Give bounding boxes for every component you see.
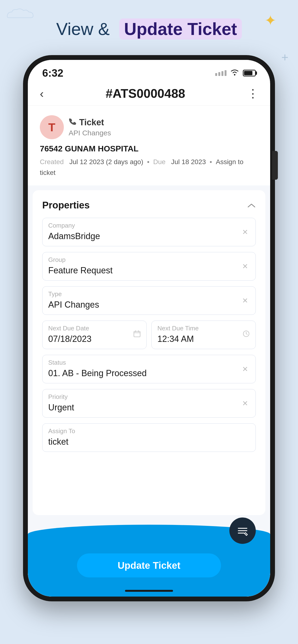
type-field[interactable]: Type API Changes ✕: [42, 286, 256, 315]
properties-header: Properties: [42, 200, 256, 210]
type-clear-button[interactable]: ✕: [240, 296, 250, 305]
ticket-subtype: API Changes: [69, 129, 111, 137]
type-field-group: Type API Changes ✕: [42, 286, 256, 315]
assign-label: Assign to: [216, 158, 243, 166]
company-value: AdamsBridge: [48, 231, 100, 241]
company-field-group: Company AdamsBridge ✕: [42, 218, 256, 246]
signal-icon: [215, 70, 226, 76]
assign-to-label: Assign To: [48, 428, 250, 435]
cloud-decoration: [5, 7, 34, 19]
created-value: Jul 12 2023 (2 days ago): [69, 158, 143, 166]
status-field-group: Status 01. AB - Being Processed ✕: [42, 355, 256, 383]
status-value: 01. AB - Being Processed: [48, 368, 146, 378]
status-field[interactable]: Status 01. AB - Being Processed ✕: [42, 355, 256, 383]
ticket-type-info: Ticket API Changes: [69, 118, 111, 137]
status-time: 6:32: [42, 67, 63, 79]
company-field[interactable]: Company AdamsBridge ✕: [42, 218, 256, 246]
update-ticket-button[interactable]: Update Ticket: [77, 554, 221, 578]
group-label: Group: [48, 256, 250, 264]
company-clear-button[interactable]: ✕: [240, 227, 250, 237]
priority-clear-button[interactable]: ✕: [240, 398, 250, 408]
status-icons: [215, 68, 256, 78]
ticket-id-title: #ATS0000488: [106, 86, 185, 100]
due-date-field[interactable]: Next Due Date 07/18/2023: [42, 320, 146, 349]
due-date-field-group: Next Due Date 07/18/2023: [42, 320, 146, 349]
assign-to-field[interactable]: Assign To ticket: [42, 423, 256, 452]
svg-point-0: [234, 74, 235, 76]
phone-frame: 6:32 ‹ #: [23, 55, 275, 601]
due-time-value: 12:34 AM: [158, 334, 194, 344]
svg-rect-1: [134, 331, 140, 337]
due-label: Due: [153, 158, 166, 166]
due-date-value: 07/18/2023: [48, 334, 91, 344]
page-title-prefix: View &: [56, 20, 110, 38]
clock-icon: [243, 330, 250, 339]
type-value: API Changes: [48, 300, 99, 310]
page-header: View & Update Ticket: [0, 19, 298, 39]
status-label: Status: [48, 359, 250, 366]
priority-field-group: Priority Urgent ✕: [42, 389, 256, 418]
collapse-icon[interactable]: [247, 200, 256, 210]
due-time-field[interactable]: Next Due Time 12:34 AM: [152, 320, 256, 349]
assign-to-field-group: Assign To ticket: [42, 423, 256, 452]
status-bar: 6:32: [28, 60, 270, 82]
due-time-field-group: Next Due Time 12:34 AM: [152, 320, 256, 349]
plus-decoration: +: [281, 50, 288, 64]
type-text: Ticket: [79, 118, 104, 128]
properties-title: Properties: [42, 200, 90, 210]
priority-value: Urgent: [48, 402, 74, 412]
ticket-header: T Ticket API Changes 7654: [28, 106, 270, 186]
group-field-group: Group Feature Request ✕: [42, 252, 256, 280]
priority-label: Priority: [48, 393, 250, 400]
assign-to-value: ticket: [48, 437, 68, 446]
ticket-type-label: Ticket: [69, 118, 111, 128]
fab-button[interactable]: [229, 518, 256, 544]
page-title-highlight: Update Ticket: [119, 18, 242, 40]
calendar-icon: [133, 330, 140, 339]
datetime-row: Next Due Date 07/18/2023: [42, 320, 256, 349]
group-value: Feature Request: [48, 266, 112, 275]
priority-field[interactable]: Priority Urgent ✕: [42, 389, 256, 418]
phone-icon: [69, 118, 76, 128]
phone-screen: 6:32 ‹ #: [28, 60, 270, 596]
battery-icon: [243, 70, 256, 76]
created-label: Created: [40, 158, 64, 166]
group-field[interactable]: Group Feature Request ✕: [42, 252, 256, 280]
avatar: T: [40, 115, 64, 139]
due-value: Jul 18 2023: [171, 158, 206, 166]
due-time-label: Next Due Time: [158, 325, 250, 332]
assign-value: ticket: [40, 169, 55, 176]
type-label: Type: [48, 290, 250, 298]
wifi-icon: [230, 68, 239, 78]
group-clear-button[interactable]: ✕: [240, 262, 250, 271]
nav-bar: ‹ #ATS0000488 ⋮: [28, 82, 270, 106]
ticket-meta-row: T Ticket API Changes: [40, 115, 258, 139]
side-button: [272, 151, 278, 180]
more-menu-button[interactable]: ⋮: [247, 87, 258, 100]
ticket-company: 76542 GUNAM HOSPITAL: [40, 144, 258, 153]
properties-card: Properties Company AdamsBridge ✕: [33, 190, 265, 515]
due-date-label: Next Due Date: [48, 325, 140, 332]
company-label: Company: [48, 222, 250, 229]
home-indicator: [125, 590, 173, 592]
back-button[interactable]: ‹: [40, 87, 44, 100]
ticket-dates: Created Jul 12 2023 (2 days ago) • Due J…: [40, 157, 258, 178]
status-clear-button[interactable]: ✕: [240, 364, 250, 374]
